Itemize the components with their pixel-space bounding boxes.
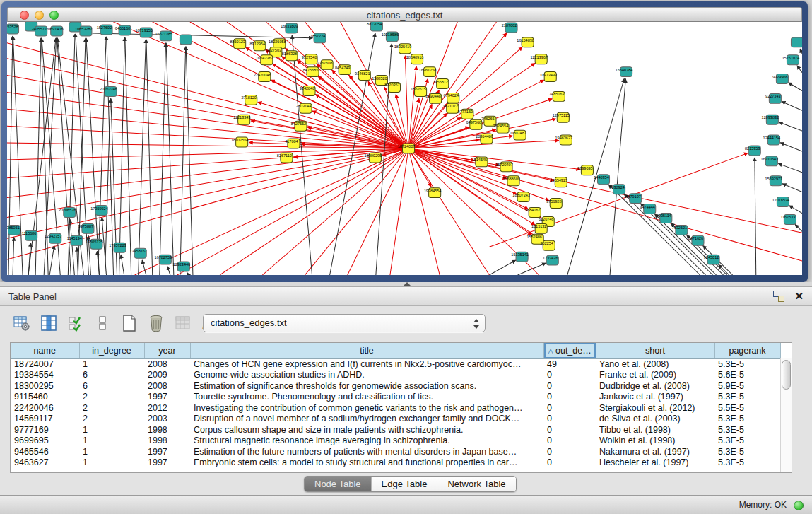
table-cell[interactable]: 9465546 [11, 446, 79, 457]
import-table-icon-disabled[interactable] [172, 313, 194, 334]
graph-edge[interactable] [187, 273, 189, 275]
table-cell[interactable]: Estimation of significance thresholds fo… [190, 380, 543, 392]
table-cell[interactable]: Jankovic et al. (1997) [596, 392, 714, 403]
table-row[interactable]: 969969511998Structural magnetic resonanc… [11, 436, 780, 447]
table-cell[interactable]: 5.3E-5 [714, 436, 780, 447]
graph-edge[interactable] [8, 36, 13, 275]
table-cell[interactable]: 9699695 [11, 436, 79, 447]
network-window-titlebar[interactable]: citations_edges.txt [7, 7, 802, 22]
column-header-indegree[interactable]: in_degree [79, 343, 144, 358]
graph-edge[interactable] [7, 148, 408, 259]
graph-edge[interactable] [262, 148, 408, 275]
table-cell[interactable]: 9115460 [11, 392, 79, 403]
table-cell[interactable]: 5.6E-5 [714, 370, 780, 381]
table-row[interactable]: 946554611997Estimation of the future num… [11, 446, 780, 457]
table-cell[interactable]: 0 [543, 402, 596, 414]
table-cell[interactable]: Hescheler et al. (1997) [596, 457, 714, 469]
table-cell[interactable]: Structural magnetic resonance image aver… [190, 436, 543, 447]
graph-edge[interactable] [778, 163, 802, 172]
table-cell[interactable]: de Silva et al. (2003) [596, 414, 714, 425]
table-row[interactable]: 1456911722003Disruption of a novel membe… [11, 414, 780, 425]
table-cell[interactable]: Changes of HCN gene expression and I(f) … [190, 358, 543, 370]
table-cell[interactable]: 18300295 [11, 380, 79, 392]
table-cell[interactable]: 0 [543, 446, 596, 457]
table-mode-icon[interactable] [11, 313, 33, 334]
graph-edge[interactable] [105, 98, 110, 275]
graph-edge[interactable] [107, 37, 114, 275]
table-cell[interactable]: 0 [543, 414, 596, 425]
table-cell[interactable]: 2 [79, 402, 144, 414]
graph-edge[interactable] [167, 267, 170, 275]
graph-edge[interactable] [7, 148, 408, 238]
table-cell[interactable]: 1997 [144, 446, 190, 457]
table-cell[interactable]: Nakamura et al. (1997) [596, 446, 714, 457]
table-cell[interactable]: 5.3E-5 [714, 414, 780, 425]
table-cell[interactable]: 1998 [144, 436, 190, 447]
column-header-year[interactable]: year [144, 343, 190, 358]
table-row[interactable]: 2242004622012Investigating the contribut… [11, 402, 780, 414]
table-cell[interactable]: 2012 [144, 402, 190, 414]
table-cell[interactable]: Yano et al. (2008) [596, 358, 714, 370]
delete-columns-icon[interactable] [146, 313, 167, 334]
table-cell[interactable]: 2008 [144, 358, 190, 370]
graph-node[interactable] [180, 35, 192, 45]
graph-edge[interactable] [800, 49, 802, 54]
table-cell[interactable]: 1 [79, 436, 144, 447]
select-all-columns-icon[interactable] [65, 313, 86, 334]
table-cell[interactable]: 19384554 [11, 370, 79, 381]
float-window-icon[interactable] [773, 291, 784, 302]
graph-edge[interactable] [166, 43, 174, 275]
table-cell[interactable]: 5.5E-5 [714, 402, 780, 414]
table-cell[interactable]: 18724007 [11, 358, 79, 370]
table-cell[interactable]: Genome-wide association studies in ADHD. [190, 370, 543, 381]
table-cell[interactable]: 0 [543, 457, 596, 469]
table-cell[interactable]: 0 [543, 370, 596, 381]
graph-nodes[interactable]: 1872400718300295193845541514545886012389… [7, 22, 802, 271]
graph-edge[interactable] [121, 255, 124, 275]
graph-edge[interactable] [135, 148, 408, 275]
close-panel-icon[interactable]: ✕ [794, 291, 804, 302]
column-header-outde[interactable]: △out_de… [543, 343, 596, 358]
graph-edge[interactable] [7, 148, 408, 178]
graph-edge[interactable] [405, 56, 408, 148]
table-cell[interactable]: 2003 [144, 414, 190, 425]
table-row[interactable]: 1938455462009Genome-wide association stu… [11, 370, 780, 381]
table-cell[interactable]: 0 [543, 380, 596, 392]
table-cell[interactable]: Wolkin et al. (1998) [596, 436, 714, 447]
graph-edge[interactable] [146, 40, 153, 275]
graph-edge[interactable] [49, 245, 54, 275]
table-cell[interactable]: 5.3E-5 [714, 424, 780, 436]
graph-edge[interactable] [489, 260, 515, 275]
column-header-short[interactable]: short [596, 343, 714, 358]
graph-edge[interactable] [7, 43, 408, 148]
graph-edge[interactable] [408, 22, 496, 148]
graph-edge[interactable] [795, 224, 802, 231]
graph-node[interactable] [791, 37, 802, 47]
table-cell[interactable]: Estimation of the future numbers of pati… [190, 446, 543, 457]
table-cell[interactable]: 49 [543, 358, 596, 370]
table-cell[interactable]: 1 [79, 424, 144, 436]
graph-edge[interactable] [13, 36, 23, 275]
graph-edge[interactable] [624, 194, 705, 275]
memory-status-icon[interactable] [794, 501, 804, 510]
tab-node-table[interactable]: Node Table [305, 477, 372, 491]
table-cell[interactable]: 1 [79, 358, 144, 370]
graph-edge[interactable] [142, 260, 146, 275]
graph-edge[interactable] [13, 237, 14, 275]
graph-edge[interactable] [610, 79, 625, 275]
table-cell[interactable]: Embryonic stem cells: a model to study s… [190, 457, 543, 469]
table-cell[interactable]: 0 [543, 392, 596, 403]
table-row[interactable]: 911546021997Tourette syndrome. Phenomeno… [11, 392, 780, 403]
graph-edge[interactable] [779, 122, 802, 131]
graph-edge[interactable] [177, 148, 408, 275]
graph-edge[interactable] [780, 143, 802, 151]
graph-edge[interactable] [77, 247, 78, 275]
graph-edge[interactable] [518, 263, 546, 275]
table-cell[interactable]: 22420046 [11, 402, 79, 414]
graph-edge[interactable] [408, 148, 802, 233]
network-canvas[interactable]: 1872400718300295193845541514545886012389… [7, 22, 802, 275]
table-cell[interactable]: 5.3E-5 [714, 446, 780, 457]
table-cell[interactable]: 1998 [144, 424, 190, 436]
graph-edge[interactable] [180, 47, 186, 275]
graph-edge[interactable] [139, 40, 146, 275]
